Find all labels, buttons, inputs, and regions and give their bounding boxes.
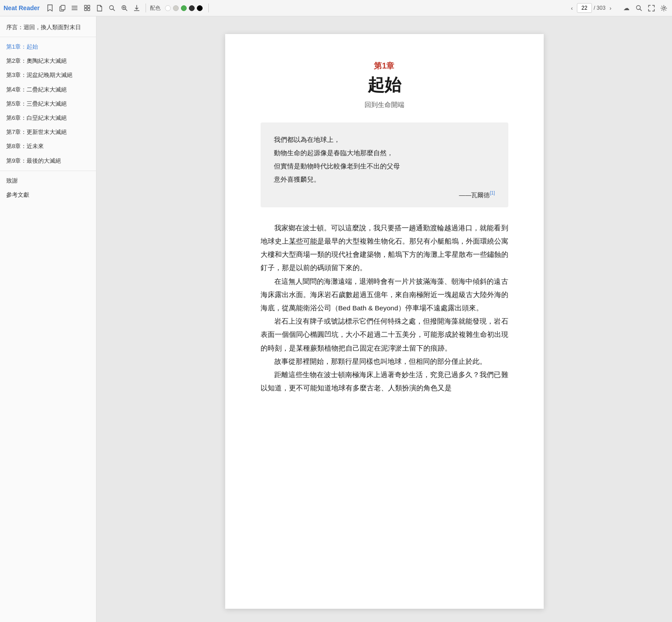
paragraph-5: 距離這些生物在波士頓南極海床上過著奇妙生活，究竟已過多久？我們已難以知道，更不可…	[261, 368, 508, 395]
sidebar-divider	[0, 37, 96, 37]
doc-icon[interactable]	[95, 3, 104, 13]
grid-icon[interactable]	[82, 3, 92, 13]
settings-icon[interactable]	[659, 3, 668, 13]
quote-text: 我們都以為在地球上， 動物生命的起源像是春臨大地那麼自然， 但實情是動物時代比較…	[274, 133, 495, 186]
color-white[interactable]	[165, 5, 171, 11]
sidebar-item-ch9[interactable]: 第9章：最後的大滅絕	[0, 154, 96, 168]
sidebar-item-ch7[interactable]: 第7章：更新世末大滅絕	[0, 125, 96, 139]
cloud-icon[interactable]: ☁	[622, 3, 631, 13]
sidebar-preface[interactable]: 序言：迴回，換人類面對末日	[0, 21, 96, 34]
color-green[interactable]	[181, 5, 187, 11]
chapter-title: 起始	[261, 74, 508, 96]
color-black[interactable]	[197, 5, 203, 11]
svg-rect-5	[84, 5, 87, 8]
svg-rect-1	[61, 5, 65, 10]
paragraph-1: 我家鄉在波士頓。可以這麼說，我只要搭一趟通勤渡輪越過港口，就能看到地球史上某些可…	[261, 221, 508, 275]
search-large-icon[interactable]	[119, 3, 129, 13]
svg-rect-6	[88, 5, 90, 8]
chapter-subtitle: 回到生命開端	[261, 101, 508, 109]
color-options	[165, 5, 203, 11]
svg-point-17	[663, 7, 665, 9]
body-text: 我家鄉在波士頓。可以這麼說，我只要搭一趟通勤渡輪越過港口，就能看到地球史上某些可…	[261, 221, 508, 395]
color-light[interactable]	[173, 5, 179, 11]
sidebar-item-ch3[interactable]: 第3章：泥盆紀晚期大滅絕	[0, 68, 96, 82]
menu-icon[interactable]	[70, 3, 80, 13]
chapter-number: 第1章	[261, 61, 508, 71]
svg-line-16	[640, 9, 642, 11]
download-icon[interactable]	[132, 3, 142, 13]
right-icons: ☁	[622, 3, 668, 13]
paragraph-4: 故事從那裡開始，那顆行星同樣也叫地球，但相同的部分僅止於此。	[261, 355, 508, 368]
next-page-button[interactable]: ›	[607, 4, 614, 12]
color-label: 配色	[150, 4, 161, 12]
svg-line-12	[125, 9, 127, 11]
page-input[interactable]	[577, 3, 592, 13]
search-right-icon[interactable]	[634, 3, 644, 13]
sidebar-item-ch2[interactable]: 第2章：奧陶紀末大滅絕	[0, 54, 96, 68]
bookmark-icon[interactable]	[45, 3, 55, 13]
quote-author: ——瓦爾德[1]	[274, 191, 495, 199]
sidebar-item-ch5[interactable]: 第5章：三疊紀末大滅絕	[0, 97, 96, 111]
sidebar-item-ch8[interactable]: 第8章：近未來	[0, 139, 96, 153]
quote-block: 我們都以為在地球上， 動物生命的起源像是春臨大地那麼自然， 但實情是動物時代比較…	[261, 122, 508, 207]
sidebar-item-ch6[interactable]: 第6章：白堊紀末大滅絕	[0, 111, 96, 125]
content-area[interactable]: 第1章 起始 回到生命開端 我們都以為在地球上， 動物生命的起源像是春臨大地那麼…	[96, 16, 672, 622]
fullscreen-icon[interactable]	[646, 3, 656, 13]
page-nav: ‹ / 303 ›	[569, 3, 614, 13]
svg-rect-8	[88, 8, 90, 11]
separator2	[208, 4, 209, 12]
book-page: 第1章 起始 回到生命開端 我們都以為在地球上， 動物生命的起源像是春臨大地那麼…	[225, 34, 544, 609]
separator	[146, 4, 146, 12]
page-total: / 303	[594, 5, 606, 11]
quote-footnote: [1]	[490, 191, 495, 195]
sidebar: 序言：迴回，換人類面對末日 第1章：起始 第2章：奧陶紀末大滅絕 第3章：泥盆紀…	[0, 16, 96, 622]
color-dark[interactable]	[189, 5, 195, 11]
svg-rect-7	[84, 8, 87, 11]
sidebar-thanks[interactable]: 致謝	[0, 174, 96, 188]
main-area: 序言：迴回，換人類面對末日 第1章：起始 第2章：奧陶紀末大滅絕 第3章：泥盆紀…	[0, 16, 672, 622]
sidebar-item-ch1[interactable]: 第1章：起始	[0, 40, 96, 54]
svg-line-10	[113, 9, 115, 11]
paragraph-3: 岩石上沒有牌子或號誌標示它們任何特殊之處，但撥開海藻就能發現，岩石表面一個個同心…	[261, 315, 508, 355]
sidebar-divider2	[0, 171, 96, 171]
toolbar: Neat Reader 配色 ‹ /	[0, 0, 672, 16]
sidebar-references[interactable]: 參考文獻	[0, 188, 96, 202]
sidebar-item-ch4[interactable]: 第4章：二疊紀末大滅絕	[0, 83, 96, 97]
app-title: Neat Reader	[4, 4, 40, 11]
copy-icon[interactable]	[58, 3, 67, 13]
search-small-icon[interactable]	[107, 3, 117, 13]
underlined-text: 某些可能是	[289, 237, 324, 245]
prev-page-button[interactable]: ‹	[569, 4, 575, 12]
paragraph-2: 在這無人聞問的海灘遠端，退潮時會有一片片披滿海藻、朝海中傾斜的遠古海床露出水面。…	[261, 275, 508, 315]
